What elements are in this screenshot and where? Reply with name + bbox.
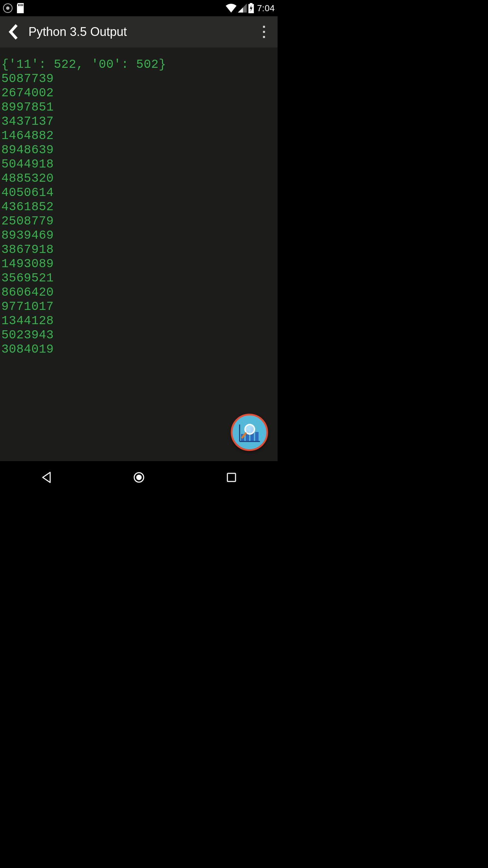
output-area[interactable]: {'11': 522, '00': 502} 5087739 2674002 8… (0, 47, 278, 461)
app-toolbar: Python 3.5 Output (0, 16, 278, 47)
navigation-bar (0, 461, 278, 494)
nav-recent-icon (226, 472, 237, 482)
nav-recent-button[interactable] (218, 469, 245, 486)
nav-home-icon (133, 472, 145, 483)
chart-fab-button[interactable] (231, 414, 268, 451)
svg-rect-6 (250, 3, 252, 4)
svg-rect-4 (21, 4, 22, 6)
wifi-icon (226, 4, 237, 13)
status-time: 7:04 (257, 3, 275, 14)
nav-back-icon (40, 471, 53, 484)
svg-point-20 (136, 475, 142, 480)
sd-card-icon (16, 3, 24, 13)
toolbar-title: Python 3.5 Output (28, 25, 256, 39)
svg-rect-9 (263, 31, 265, 33)
back-arrow-icon (8, 24, 19, 40)
svg-rect-2 (18, 4, 19, 6)
status-left (3, 3, 24, 13)
svg-point-1 (6, 6, 9, 10)
svg-point-17 (245, 425, 255, 434)
overflow-menu-icon (262, 25, 266, 39)
svg-rect-3 (20, 4, 20, 6)
svg-rect-21 (227, 473, 236, 481)
svg-rect-8 (263, 26, 265, 28)
chart-magnify-icon (238, 420, 261, 444)
svg-rect-10 (263, 36, 265, 38)
svg-rect-5 (22, 4, 23, 6)
cell-signal-icon (238, 4, 247, 13)
nav-home-button[interactable] (125, 469, 152, 486)
nav-back-button[interactable] (33, 469, 60, 486)
app-running-icon (3, 3, 13, 13)
output-text: {'11': 522, '00': 502} 5087739 2674002 8… (1, 58, 276, 357)
back-button[interactable] (5, 24, 22, 40)
overflow-button[interactable] (256, 24, 272, 40)
svg-line-18 (242, 433, 246, 437)
svg-rect-14 (255, 432, 259, 441)
battery-charging-icon (248, 3, 254, 13)
status-right: 7:04 (226, 3, 275, 14)
status-bar: 7:04 (0, 0, 278, 16)
